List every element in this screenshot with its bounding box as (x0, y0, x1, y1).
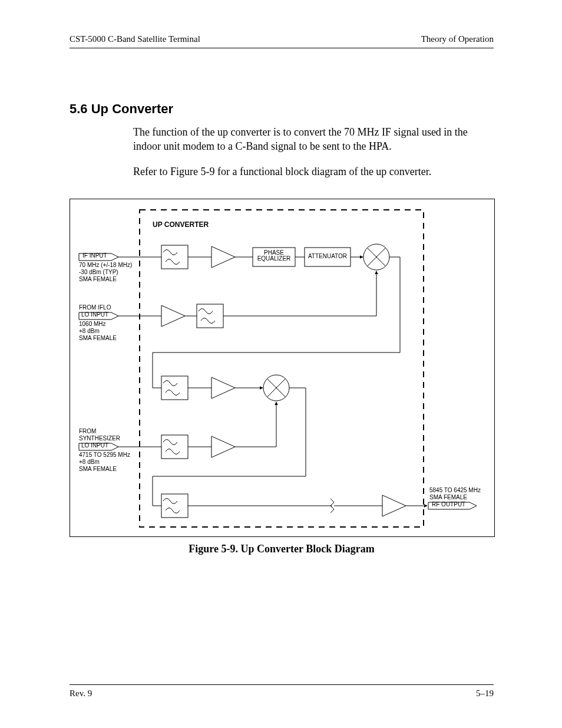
if-input-label: IF INPUT (82, 252, 107, 259)
lo2-from-label-1: FROM (79, 428, 96, 435)
svg-rect-37 (161, 494, 188, 518)
rf-output-label: RF OUTPUT (432, 501, 465, 508)
header-right: Theory of Operation (421, 34, 494, 44)
figure-caption: Figure 5-9. Up Converter Block Diagram (70, 543, 494, 555)
header-rule (70, 48, 494, 48)
body-text: The function of the up converter is to c… (133, 125, 494, 179)
lo1-detail-1: 1060 MHz (79, 321, 106, 328)
header-left: CST-5000 C-Band Satellite Terminal (70, 34, 200, 44)
if-input-detail-3: SMA FEMALE (79, 276, 117, 283)
footer-rule (70, 684, 494, 685)
svg-rect-13 (197, 304, 223, 328)
rf-detail-2: SMA FEMALE (429, 494, 467, 501)
phase-equalizer-label: PHASE EQUALIZER (254, 250, 294, 262)
svg-rect-21 (161, 376, 188, 400)
lo2-from-label-2: SYNTHESIZER (79, 435, 120, 442)
diagram-title: UP CONVERTER (153, 220, 209, 229)
if-input-detail-1: 70 MHz (+/-18 MHz) (79, 262, 132, 269)
paragraph-1: The function of the up converter is to c… (133, 125, 494, 154)
footer-left: Rev. 9 (70, 689, 92, 699)
footer-right: 5–19 (476, 689, 494, 699)
block-diagram-figure: UP CONVERTER IF INPUT 70 MHz (+/-18 MHz)… (70, 199, 495, 537)
svg-rect-28 (161, 435, 188, 459)
page-footer: Rev. 9 5–19 (70, 684, 494, 699)
rf-detail-1: 5845 TO 6425 MHz (429, 487, 481, 494)
lo2-detail-2: +8 dBm (79, 459, 100, 466)
lo2-detail-1: 4715 TO 5295 MHz (79, 452, 130, 459)
attenuator-label: ATTENUATOR (306, 253, 349, 260)
running-header: CST-5000 C-Band Satellite Terminal Theor… (70, 34, 494, 44)
lo2-label: LO INPUT (81, 442, 108, 449)
lo2-detail-3: SMA FEMALE (79, 466, 117, 473)
if-input-detail-2: -30 dBm (TYP) (79, 269, 118, 276)
lo1-label: LO INPUT (81, 311, 108, 318)
paragraph-2: Refer to Figure 5-9 for a functional blo… (133, 164, 494, 179)
lo1-from-label: FROM IFLO (79, 304, 111, 311)
lo1-detail-3: SMA FEMALE (79, 335, 117, 342)
lo1-detail-2: +8 dBm (79, 328, 100, 335)
svg-rect-1 (161, 245, 188, 269)
section-heading: 5.6 Up Converter (70, 101, 494, 117)
